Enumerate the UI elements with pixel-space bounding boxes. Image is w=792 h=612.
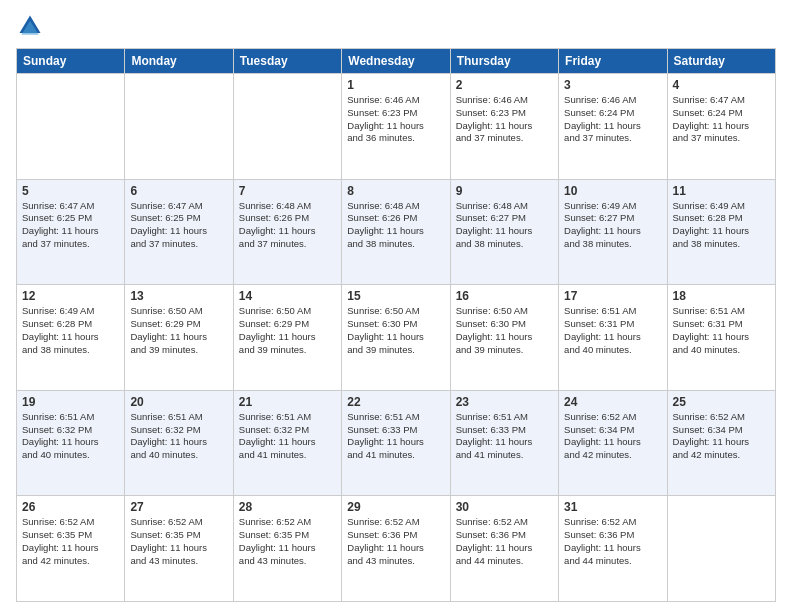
calendar-cell: 19Sunrise: 6:51 AM Sunset: 6:32 PM Dayli… <box>17 390 125 496</box>
day-info: Sunrise: 6:52 AM Sunset: 6:36 PM Dayligh… <box>564 516 661 567</box>
day-number: 9 <box>456 184 553 198</box>
day-header: Thursday <box>450 49 558 74</box>
calendar-cell: 4Sunrise: 6:47 AM Sunset: 6:24 PM Daylig… <box>667 74 775 180</box>
day-number: 8 <box>347 184 444 198</box>
calendar-cell: 14Sunrise: 6:50 AM Sunset: 6:29 PM Dayli… <box>233 285 341 391</box>
day-number: 23 <box>456 395 553 409</box>
day-info: Sunrise: 6:49 AM Sunset: 6:28 PM Dayligh… <box>673 200 770 251</box>
page: SundayMondayTuesdayWednesdayThursdayFrid… <box>0 0 792 612</box>
day-number: 1 <box>347 78 444 92</box>
day-header: Friday <box>559 49 667 74</box>
calendar-cell: 27Sunrise: 6:52 AM Sunset: 6:35 PM Dayli… <box>125 496 233 602</box>
day-header: Saturday <box>667 49 775 74</box>
calendar-cell: 13Sunrise: 6:50 AM Sunset: 6:29 PM Dayli… <box>125 285 233 391</box>
day-number: 3 <box>564 78 661 92</box>
day-info: Sunrise: 6:51 AM Sunset: 6:33 PM Dayligh… <box>347 411 444 462</box>
calendar-cell: 17Sunrise: 6:51 AM Sunset: 6:31 PM Dayli… <box>559 285 667 391</box>
day-number: 18 <box>673 289 770 303</box>
day-info: Sunrise: 6:49 AM Sunset: 6:27 PM Dayligh… <box>564 200 661 251</box>
day-number: 27 <box>130 500 227 514</box>
calendar-week-row: 19Sunrise: 6:51 AM Sunset: 6:32 PM Dayli… <box>17 390 776 496</box>
day-number: 2 <box>456 78 553 92</box>
day-number: 14 <box>239 289 336 303</box>
calendar-cell: 26Sunrise: 6:52 AM Sunset: 6:35 PM Dayli… <box>17 496 125 602</box>
day-info: Sunrise: 6:46 AM Sunset: 6:24 PM Dayligh… <box>564 94 661 145</box>
day-number: 5 <box>22 184 119 198</box>
day-number: 13 <box>130 289 227 303</box>
day-header: Monday <box>125 49 233 74</box>
day-number: 30 <box>456 500 553 514</box>
calendar-cell: 1Sunrise: 6:46 AM Sunset: 6:23 PM Daylig… <box>342 74 450 180</box>
calendar-cell: 21Sunrise: 6:51 AM Sunset: 6:32 PM Dayli… <box>233 390 341 496</box>
calendar-cell: 7Sunrise: 6:48 AM Sunset: 6:26 PM Daylig… <box>233 179 341 285</box>
day-info: Sunrise: 6:50 AM Sunset: 6:30 PM Dayligh… <box>347 305 444 356</box>
day-info: Sunrise: 6:51 AM Sunset: 6:32 PM Dayligh… <box>22 411 119 462</box>
day-number: 6 <box>130 184 227 198</box>
calendar-cell: 24Sunrise: 6:52 AM Sunset: 6:34 PM Dayli… <box>559 390 667 496</box>
day-header: Tuesday <box>233 49 341 74</box>
day-number: 10 <box>564 184 661 198</box>
calendar-cell: 16Sunrise: 6:50 AM Sunset: 6:30 PM Dayli… <box>450 285 558 391</box>
day-info: Sunrise: 6:52 AM Sunset: 6:35 PM Dayligh… <box>130 516 227 567</box>
day-info: Sunrise: 6:52 AM Sunset: 6:36 PM Dayligh… <box>456 516 553 567</box>
logo <box>16 12 48 40</box>
day-number: 21 <box>239 395 336 409</box>
day-number: 19 <box>22 395 119 409</box>
header <box>16 12 776 40</box>
day-info: Sunrise: 6:51 AM Sunset: 6:32 PM Dayligh… <box>130 411 227 462</box>
calendar-cell: 28Sunrise: 6:52 AM Sunset: 6:35 PM Dayli… <box>233 496 341 602</box>
day-info: Sunrise: 6:46 AM Sunset: 6:23 PM Dayligh… <box>347 94 444 145</box>
calendar-cell: 12Sunrise: 6:49 AM Sunset: 6:28 PM Dayli… <box>17 285 125 391</box>
day-info: Sunrise: 6:48 AM Sunset: 6:26 PM Dayligh… <box>347 200 444 251</box>
calendar-cell: 18Sunrise: 6:51 AM Sunset: 6:31 PM Dayli… <box>667 285 775 391</box>
day-info: Sunrise: 6:46 AM Sunset: 6:23 PM Dayligh… <box>456 94 553 145</box>
day-number: 24 <box>564 395 661 409</box>
day-info: Sunrise: 6:49 AM Sunset: 6:28 PM Dayligh… <box>22 305 119 356</box>
calendar-cell: 6Sunrise: 6:47 AM Sunset: 6:25 PM Daylig… <box>125 179 233 285</box>
calendar-cell <box>125 74 233 180</box>
calendar-cell: 15Sunrise: 6:50 AM Sunset: 6:30 PM Dayli… <box>342 285 450 391</box>
day-header: Wednesday <box>342 49 450 74</box>
day-info: Sunrise: 6:48 AM Sunset: 6:27 PM Dayligh… <box>456 200 553 251</box>
calendar-cell: 8Sunrise: 6:48 AM Sunset: 6:26 PM Daylig… <box>342 179 450 285</box>
calendar-cell: 10Sunrise: 6:49 AM Sunset: 6:27 PM Dayli… <box>559 179 667 285</box>
day-info: Sunrise: 6:52 AM Sunset: 6:34 PM Dayligh… <box>564 411 661 462</box>
calendar-cell <box>233 74 341 180</box>
calendar-cell: 2Sunrise: 6:46 AM Sunset: 6:23 PM Daylig… <box>450 74 558 180</box>
day-info: Sunrise: 6:51 AM Sunset: 6:32 PM Dayligh… <box>239 411 336 462</box>
day-info: Sunrise: 6:51 AM Sunset: 6:31 PM Dayligh… <box>564 305 661 356</box>
calendar-cell: 30Sunrise: 6:52 AM Sunset: 6:36 PM Dayli… <box>450 496 558 602</box>
calendar-cell: 20Sunrise: 6:51 AM Sunset: 6:32 PM Dayli… <box>125 390 233 496</box>
day-info: Sunrise: 6:50 AM Sunset: 6:29 PM Dayligh… <box>239 305 336 356</box>
day-number: 25 <box>673 395 770 409</box>
day-info: Sunrise: 6:52 AM Sunset: 6:34 PM Dayligh… <box>673 411 770 462</box>
calendar-cell: 5Sunrise: 6:47 AM Sunset: 6:25 PM Daylig… <box>17 179 125 285</box>
calendar-cell: 25Sunrise: 6:52 AM Sunset: 6:34 PM Dayli… <box>667 390 775 496</box>
calendar-cell: 22Sunrise: 6:51 AM Sunset: 6:33 PM Dayli… <box>342 390 450 496</box>
day-number: 26 <box>22 500 119 514</box>
calendar-week-row: 12Sunrise: 6:49 AM Sunset: 6:28 PM Dayli… <box>17 285 776 391</box>
day-info: Sunrise: 6:47 AM Sunset: 6:25 PM Dayligh… <box>22 200 119 251</box>
calendar-table: SundayMondayTuesdayWednesdayThursdayFrid… <box>16 48 776 602</box>
calendar-cell: 9Sunrise: 6:48 AM Sunset: 6:27 PM Daylig… <box>450 179 558 285</box>
day-number: 4 <box>673 78 770 92</box>
calendar-cell <box>667 496 775 602</box>
day-number: 20 <box>130 395 227 409</box>
day-header: Sunday <box>17 49 125 74</box>
day-info: Sunrise: 6:52 AM Sunset: 6:36 PM Dayligh… <box>347 516 444 567</box>
day-number: 11 <box>673 184 770 198</box>
day-info: Sunrise: 6:50 AM Sunset: 6:29 PM Dayligh… <box>130 305 227 356</box>
day-info: Sunrise: 6:52 AM Sunset: 6:35 PM Dayligh… <box>239 516 336 567</box>
calendar-cell: 3Sunrise: 6:46 AM Sunset: 6:24 PM Daylig… <box>559 74 667 180</box>
day-info: Sunrise: 6:50 AM Sunset: 6:30 PM Dayligh… <box>456 305 553 356</box>
calendar-week-row: 5Sunrise: 6:47 AM Sunset: 6:25 PM Daylig… <box>17 179 776 285</box>
calendar-cell: 11Sunrise: 6:49 AM Sunset: 6:28 PM Dayli… <box>667 179 775 285</box>
day-info: Sunrise: 6:51 AM Sunset: 6:31 PM Dayligh… <box>673 305 770 356</box>
day-info: Sunrise: 6:52 AM Sunset: 6:35 PM Dayligh… <box>22 516 119 567</box>
day-number: 12 <box>22 289 119 303</box>
day-number: 16 <box>456 289 553 303</box>
calendar-week-row: 1Sunrise: 6:46 AM Sunset: 6:23 PM Daylig… <box>17 74 776 180</box>
calendar-cell: 29Sunrise: 6:52 AM Sunset: 6:36 PM Dayli… <box>342 496 450 602</box>
day-info: Sunrise: 6:47 AM Sunset: 6:24 PM Dayligh… <box>673 94 770 145</box>
day-number: 22 <box>347 395 444 409</box>
